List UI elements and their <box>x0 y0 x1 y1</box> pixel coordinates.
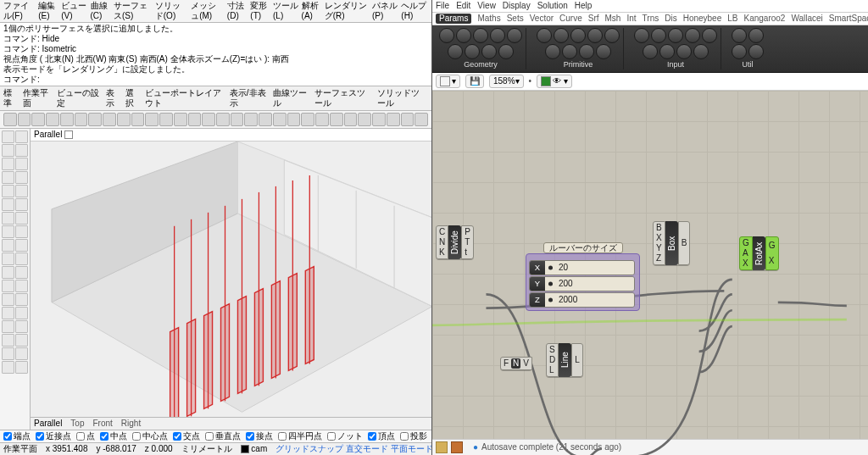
toolbar-icon[interactable] <box>259 113 272 126</box>
gh-slider-y[interactable]: Y 200 <box>529 276 635 291</box>
tool-icon[interactable] <box>15 361 28 374</box>
zoom-level[interactable]: 158% ▾ <box>489 75 524 88</box>
rhino-menu-item[interactable]: ビュー(V) <box>61 1 87 21</box>
tool-icon[interactable] <box>15 334 28 347</box>
gh-relay[interactable]: F N V <box>500 357 532 370</box>
gh-component-icon[interactable] <box>545 44 560 59</box>
gh-component-icon[interactable] <box>659 44 675 59</box>
tool-icon[interactable] <box>15 307 28 319</box>
toolbar-icon[interactable] <box>216 113 230 126</box>
tool-icon[interactable] <box>2 293 14 306</box>
toolbar-icon[interactable] <box>401 113 415 126</box>
tool-icon[interactable] <box>15 171 28 184</box>
gh-menu-item[interactable]: Display <box>503 1 531 11</box>
toolbar-icon[interactable] <box>103 113 116 126</box>
gh-component-icon[interactable] <box>676 44 692 59</box>
gh-component-icon[interactable] <box>570 28 586 43</box>
status-layer[interactable]: cam <box>241 444 268 454</box>
tool-icon[interactable] <box>15 239 28 252</box>
gh-tab-Curve[interactable]: Curve <box>559 14 582 24</box>
tool-icon[interactable] <box>15 212 28 225</box>
gh-component-icon[interactable] <box>693 44 709 59</box>
toolbar-icon[interactable] <box>372 113 386 126</box>
toolbar-icon[interactable] <box>31 113 45 126</box>
toolbar-icon[interactable] <box>301 113 314 126</box>
rhino-menu-item[interactable]: 寸法(D) <box>227 1 248 21</box>
gh-component-icon[interactable] <box>634 28 649 43</box>
toolbar-icon[interactable] <box>330 113 343 126</box>
osnap-中心点[interactable]: 中心点 <box>132 431 168 441</box>
tool-icon[interactable] <box>15 293 28 306</box>
rhino-tab[interactable]: 選択 <box>125 88 140 108</box>
viewport-tab[interactable]: Parallel <box>34 419 62 429</box>
gh-tab-Wallacei[interactable]: Wallacei <box>791 14 822 24</box>
gh-menu-item[interactable]: Solution <box>537 1 568 11</box>
gh-component-icon[interactable] <box>507 28 522 43</box>
tool-icon[interactable] <box>2 171 14 184</box>
rhino-menu-item[interactable]: ツール(L) <box>273 1 299 21</box>
gh-component-icon[interactable] <box>748 44 764 59</box>
gh-component-icon[interactable] <box>439 28 454 43</box>
viewport-tab[interactable]: Top <box>70 419 84 429</box>
rhino-menu-item[interactable]: パネル(P) <box>372 1 398 21</box>
tool-icon[interactable] <box>2 212 14 225</box>
viewport-dropdown-icon[interactable] <box>64 130 73 139</box>
gh-component-icon[interactable] <box>651 28 666 43</box>
rhino-menu-item[interactable]: メッシュ(M) <box>191 1 225 21</box>
toolbar-icon[interactable] <box>231 113 244 126</box>
gh-slider-z[interactable]: Z 2000 <box>529 292 635 308</box>
gh-component-icon[interactable] <box>554 28 569 43</box>
tool-icon[interactable] <box>2 239 14 252</box>
rhino-tab[interactable]: ビューの設定 <box>57 88 100 108</box>
viewport-tab[interactable]: Front <box>92 419 112 429</box>
toolbar-icon[interactable] <box>117 113 131 126</box>
tool-icon[interactable] <box>2 320 14 333</box>
tool-icon[interactable] <box>2 198 14 211</box>
osnap-点[interactable]: 点 <box>76 431 95 441</box>
tool-icon[interactable] <box>2 361 14 374</box>
toolbar-icon[interactable] <box>145 113 159 126</box>
toolbar-icon[interactable] <box>18 113 31 126</box>
tool-icon[interactable] <box>15 144 28 157</box>
toolbar-icon[interactable] <box>415 113 428 126</box>
rhino-tab[interactable]: サーフェスツール <box>314 88 372 108</box>
gh-node-line[interactable]: S D L Line L <box>546 343 583 377</box>
gh-component-icon[interactable] <box>448 44 463 59</box>
gh-tab-Srf[interactable]: Srf <box>588 14 599 24</box>
gh-component-icon[interactable] <box>732 28 747 43</box>
gh-menu-item[interactable]: File <box>436 1 449 11</box>
gh-status-icon-1[interactable] <box>436 441 448 453</box>
osnap-接点[interactable]: 接点 <box>246 431 273 441</box>
tool-icon[interactable] <box>2 334 14 347</box>
gh-component-icon[interactable] <box>587 28 603 43</box>
tool-icon[interactable] <box>15 185 28 197</box>
toolbar-icon[interactable] <box>202 113 215 126</box>
toolbar-icon[interactable] <box>60 113 74 126</box>
gh-tab-Kangaroo2[interactable]: Kangaroo2 <box>743 14 785 24</box>
toolbar-icon[interactable] <box>188 113 202 126</box>
gh-tab-Int[interactable]: Int <box>626 14 636 24</box>
toolbar-icon[interactable] <box>3 113 17 126</box>
rhino-menu-item[interactable]: レンダリング(R) <box>325 1 370 21</box>
gh-menu-item[interactable]: Edit <box>456 1 470 11</box>
rhino-tab[interactable]: 曲線ツール <box>273 88 309 108</box>
gh-canvas[interactable]: C N K Divide P T t F N V <box>432 91 868 439</box>
gh-menu-item[interactable]: View <box>477 1 496 11</box>
gh-tab-Sets[interactable]: Sets <box>507 14 524 24</box>
rhino-tab[interactable]: 標準 <box>3 88 18 108</box>
rhino-menu-item[interactable]: ソリッド(O) <box>155 1 188 21</box>
tool-icon[interactable] <box>2 158 14 170</box>
open-file-button[interactable]: ▾ <box>436 75 460 88</box>
gh-component-icon[interactable] <box>604 28 620 43</box>
gh-menu-item[interactable]: Help <box>575 1 593 11</box>
toolbar-icon[interactable] <box>344 113 358 126</box>
osnap-交点[interactable]: 交点 <box>173 431 200 441</box>
tool-icon[interactable] <box>15 198 28 211</box>
gh-component-icon[interactable] <box>456 28 471 43</box>
rhino-tab[interactable]: 作業平面 <box>23 88 52 108</box>
gh-node-divide[interactable]: C N K Divide P T t <box>436 225 474 259</box>
gh-tab-Params[interactable]: Params <box>436 14 471 24</box>
tool-icon[interactable] <box>15 130 28 143</box>
rhino-menu-item[interactable]: 曲線(C) <box>91 1 111 21</box>
toolbar-icon[interactable] <box>273 113 287 126</box>
